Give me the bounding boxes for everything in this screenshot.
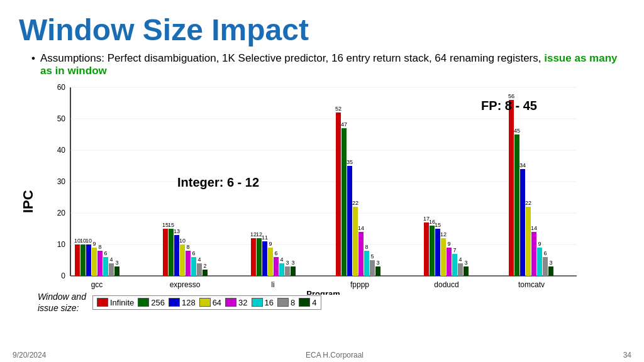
legend-swatch-64 (199, 298, 211, 307)
svg-text:9: 9 (269, 241, 272, 247)
svg-text:60: 60 (57, 83, 66, 92)
legend-label-128: 128 (182, 298, 196, 307)
svg-rect-60 (279, 263, 284, 276)
y-axis-label: IPC (19, 81, 38, 297)
legend-label-4: 4 (312, 298, 316, 307)
svg-text:3: 3 (464, 260, 467, 266)
svg-rect-103 (514, 134, 519, 276)
legend-swatch-infinite (97, 298, 108, 307)
legend-items: Infinite 256 128 64 32 16 (92, 295, 321, 310)
legend-swatch-16 (252, 298, 263, 307)
svg-text:fpppp: fpppp (350, 280, 369, 289)
svg-text:expresso: expresso (170, 280, 201, 289)
svg-text:34: 34 (519, 162, 526, 168)
svg-text:0: 0 (61, 272, 65, 280)
svg-text:47: 47 (341, 121, 347, 128)
svg-text:9: 9 (538, 241, 541, 247)
svg-text:8: 8 (365, 244, 368, 250)
fp-annotation: FP: 8 - 45 (481, 99, 537, 113)
svg-rect-107 (526, 207, 531, 276)
svg-rect-92 (447, 248, 452, 276)
svg-rect-33 (163, 229, 168, 276)
svg-text:3: 3 (286, 260, 289, 266)
svg-rect-45 (197, 263, 202, 276)
legend-swatch-4 (299, 298, 310, 307)
legend-item-16: 16 (252, 298, 274, 307)
svg-rect-50 (251, 238, 256, 276)
svg-rect-111 (537, 248, 542, 276)
legend-swatch-256 (138, 298, 149, 307)
footer-author: ECA H.Corporaal (306, 351, 364, 359)
svg-text:20: 20 (57, 209, 66, 217)
svg-text:15: 15 (168, 222, 174, 228)
svg-text:45: 45 (514, 128, 520, 134)
svg-text:9: 9 (447, 241, 450, 247)
svg-text:3: 3 (291, 260, 294, 266)
svg-rect-30 (114, 266, 119, 276)
svg-rect-96 (458, 263, 463, 276)
legend-label-infinite: Infinite (110, 298, 134, 307)
svg-text:6: 6 (104, 250, 107, 256)
legend-swatch-128 (169, 298, 180, 307)
svg-rect-20 (86, 244, 91, 276)
svg-rect-67 (336, 112, 341, 276)
svg-rect-79 (370, 260, 375, 276)
legend-label-32: 32 (238, 298, 247, 307)
svg-text:22: 22 (525, 200, 531, 206)
svg-text:4: 4 (197, 256, 201, 263)
svg-text:8: 8 (186, 244, 189, 250)
svg-text:6: 6 (274, 250, 277, 256)
svg-text:doducd: doducd (434, 280, 458, 289)
svg-rect-101 (509, 100, 514, 276)
bullet-point: Assumptions: Perfect disambiguation, 1K … (31, 52, 625, 77)
bar-chart: 0 10 20 30 40 50 60 (39, 81, 586, 295)
svg-rect-47 (203, 270, 208, 276)
svg-text:3: 3 (376, 260, 379, 266)
svg-text:11: 11 (262, 234, 268, 241)
legend-item-8: 8 (277, 298, 295, 307)
svg-text:Program: Program (306, 289, 340, 295)
svg-text:52: 52 (335, 106, 341, 112)
legend-label-8: 8 (291, 298, 295, 307)
svg-rect-35 (169, 229, 174, 276)
svg-rect-75 (358, 232, 364, 276)
legend-label-256: 256 (151, 298, 165, 307)
footer-date: 9/20/2024 (13, 351, 46, 359)
svg-rect-41 (186, 251, 191, 276)
svg-rect-109 (531, 232, 536, 276)
svg-rect-22 (92, 248, 97, 276)
svg-rect-16 (75, 244, 80, 276)
svg-rect-43 (191, 257, 196, 276)
svg-rect-24 (97, 251, 103, 276)
svg-text:3: 3 (549, 260, 552, 266)
legend-item-infinite: Infinite (97, 298, 134, 307)
svg-rect-69 (341, 128, 347, 276)
svg-rect-54 (262, 241, 267, 276)
svg-text:9: 9 (92, 241, 96, 247)
svg-text:10: 10 (86, 238, 92, 244)
chart-container: FP: 8 - 45 Integer: 6 - 12 0 10 20 (39, 81, 625, 297)
svg-text:4: 4 (280, 256, 283, 263)
footer: 9/20/2024 ECA H.Corporaal 34 (0, 351, 644, 359)
svg-text:12: 12 (440, 231, 447, 238)
page-title: Window Size Impact (19, 13, 625, 47)
svg-rect-28 (109, 263, 114, 276)
svg-text:10: 10 (179, 238, 186, 244)
svg-text:4: 4 (458, 256, 462, 263)
svg-rect-52 (257, 238, 262, 276)
svg-rect-81 (375, 266, 380, 276)
legend-item-64: 64 (199, 298, 221, 307)
svg-rect-90 (441, 238, 446, 276)
svg-text:tomcatv: tomcatv (518, 280, 545, 289)
legend-item-4: 4 (299, 298, 316, 307)
svg-text:6: 6 (192, 250, 195, 256)
svg-text:6: 6 (543, 250, 547, 256)
svg-rect-64 (291, 266, 296, 276)
svg-rect-18 (80, 244, 86, 276)
svg-text:40: 40 (57, 146, 66, 155)
svg-text:5: 5 (370, 253, 374, 260)
svg-text:14: 14 (358, 225, 364, 231)
svg-text:35: 35 (347, 159, 353, 165)
chart-area: IPC FP: 8 - 45 Integer: 6 - 12 0 10 (19, 81, 625, 297)
svg-rect-115 (548, 266, 553, 276)
